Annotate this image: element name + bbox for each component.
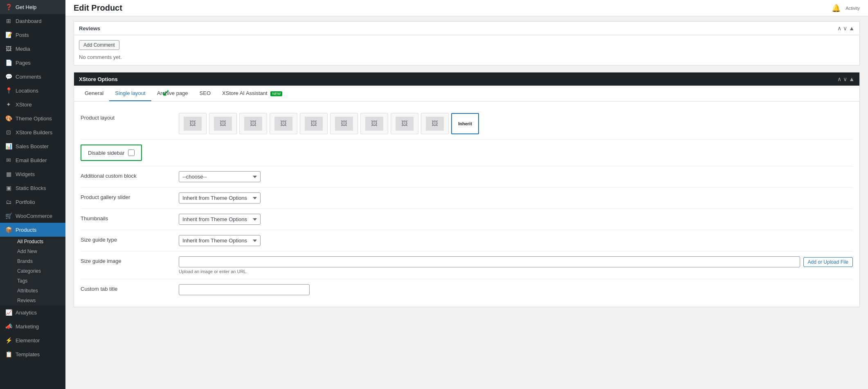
comments-icon: 💬	[5, 73, 12, 80]
layout-thumb-6[interactable]: 🖼	[330, 113, 358, 134]
sidebar-item-locations[interactable]: 📍 Locations	[0, 84, 65, 97]
tab-seo[interactable]: SEO	[194, 86, 216, 101]
add-comment-button[interactable]: Add Comment	[79, 40, 119, 50]
media-icon: 🖼	[5, 45, 12, 52]
layout-thumbnails-list: 🖼 🖼 🖼 🖼 🖼 🖼 🖼 🖼 🖼 Inherit	[179, 113, 853, 134]
sidebar-item-comments[interactable]: 💬 Comments	[0, 70, 65, 84]
sidebar-item-portfolio[interactable]: 🗂 Portfolio	[0, 195, 65, 209]
product-layout-options: 🖼 🖼 🖼 🖼 🖼 🖼 🖼 🖼 🖼 Inherit	[179, 113, 853, 134]
product-layout-row: Product layout 🖼 🖼 🖼 🖼 🖼 🖼 🖼 🖼	[81, 108, 853, 140]
reviews-controls: ∧ ∨ ▲	[837, 25, 855, 32]
xstore-collapse-down[interactable]: ∨	[843, 76, 847, 82]
pages-icon: 📄	[5, 59, 12, 66]
sidebar-item-email-builder[interactable]: ✉ Email Builder	[0, 153, 65, 167]
product-gallery-slider-select[interactable]: Inherit from Theme Options Yes No	[179, 192, 261, 204]
xstore-options-controls: ∧ ∨ ▲	[837, 76, 855, 82]
sidebar-item-label: Dashboard	[16, 18, 42, 24]
sidebar-item-pages[interactable]: 📄 Pages	[0, 56, 65, 70]
sidebar-item-label: Get Help	[16, 4, 36, 10]
size-guide-image-input[interactable]	[179, 256, 800, 267]
sidebar-item-sales-booster[interactable]: 📊 Sales Booster	[0, 139, 65, 153]
sidebar-item-get-help[interactable]: ❓ Get Help	[0, 0, 65, 14]
reviews-body: Add Comment No comments yet.	[74, 35, 859, 65]
disable-sidebar-checkbox[interactable]	[128, 149, 135, 156]
sidebar-item-static-blocks[interactable]: ▣ Static Blocks	[0, 181, 65, 195]
templates-icon: 📋	[5, 351, 12, 358]
sidebar-item-label: Widgets	[16, 171, 35, 177]
submenu-reviews[interactable]: Reviews	[5, 296, 65, 305]
reviews-metabox-header: Reviews ∧ ∨ ▲	[74, 22, 859, 35]
additional-custom-block-select[interactable]: --choose--	[179, 171, 261, 182]
layout-thumb-1[interactable]: 🖼	[179, 113, 207, 134]
sidebar-item-label: Templates	[16, 351, 40, 357]
layout-img-6: 🖼	[335, 117, 353, 131]
sidebar-item-label: XStore	[16, 102, 32, 108]
submenu-brands[interactable]: Brands	[5, 256, 65, 266]
widgets-icon: ▦	[5, 170, 12, 178]
sidebar-item-label: Static Blocks	[16, 185, 46, 191]
sidebar-item-products[interactable]: 📦 Products	[0, 223, 65, 237]
reviews-collapse-down[interactable]: ∨	[843, 25, 847, 32]
size-guide-type-select[interactable]: Inherit from Theme Options Image Table N…	[179, 235, 261, 246]
submenu-attributes[interactable]: Attributes	[5, 286, 65, 296]
tab-ai-assistant[interactable]: XStore AI Assistant NEW	[216, 86, 288, 101]
sidebar-item-posts[interactable]: 📝 Posts	[0, 28, 65, 42]
layout-img-2: 🖼	[214, 117, 232, 131]
thumbnails-select[interactable]: Inherit from Theme Options Yes No	[179, 214, 261, 225]
top-right-icons: 🔔 Activity	[832, 4, 860, 13]
tab-general[interactable]: General	[79, 86, 109, 101]
submenu-tags[interactable]: Tags	[5, 276, 65, 286]
tabs-nav: General Single layout Archive page SEO X…	[74, 86, 859, 102]
sidebar-item-xstore-builders[interactable]: ⊡ XStore Builders	[0, 125, 65, 139]
sidebar-item-marketing[interactable]: 📣 Marketing	[0, 319, 65, 333]
submenu-categories[interactable]: Categories	[5, 266, 65, 276]
xstore-icon: ✦	[5, 101, 12, 108]
reviews-collapse-up[interactable]: ∧	[837, 25, 841, 32]
layout-thumb-2[interactable]: 🖼	[209, 113, 237, 134]
sidebar-item-label: Marketing	[16, 323, 39, 330]
sidebar-item-theme-options[interactable]: 🎨 Theme Options	[0, 111, 65, 125]
woocommerce-icon: 🛒	[5, 212, 12, 219]
layout-thumb-4[interactable]: 🖼	[270, 113, 297, 134]
submenu-all-products[interactable]: All Products	[5, 237, 65, 247]
layout-thumb-9[interactable]: 🖼	[421, 113, 449, 134]
sidebar-item-label: XStore Builders	[16, 129, 52, 136]
static-blocks-icon: ▣	[5, 184, 12, 192]
sidebar-item-analytics[interactable]: 📈 Analytics	[0, 305, 65, 319]
custom-tab-title-input[interactable]	[179, 284, 310, 295]
sidebar-item-elementor[interactable]: ⚡ Elementor	[0, 333, 65, 347]
xstore-toggle[interactable]: ▲	[849, 76, 855, 82]
layout-inherit-option[interactable]: Inherit	[451, 113, 479, 134]
xstore-collapse-up[interactable]: ∧	[837, 76, 841, 82]
sidebar-item-xstore[interactable]: ✦ XStore	[0, 97, 65, 111]
sidebar-item-widgets[interactable]: ▦ Widgets	[0, 167, 65, 181]
email-icon: ✉	[5, 156, 12, 164]
sidebar-item-label: Posts	[16, 32, 29, 38]
add-upload-file-button[interactable]: Add or Upload File	[803, 257, 853, 267]
sidebar-item-templates[interactable]: 📋 Templates	[0, 347, 65, 361]
sidebar-item-dashboard[interactable]: ⊞ Dashboard	[0, 14, 65, 28]
layout-img-8: 🖼	[396, 117, 414, 131]
disable-sidebar-row: Disable sidebar	[81, 140, 853, 166]
custom-tab-title-label: Custom tab title	[81, 284, 171, 292]
xstore-options-metabox: XStore Options ∧ ∨ ▲ ↙ General Single la…	[74, 72, 860, 307]
layout-thumb-8[interactable]: 🖼	[391, 113, 418, 134]
sidebar-item-label: Products	[16, 227, 36, 233]
tab-archive-page[interactable]: Archive page	[151, 86, 194, 101]
reviews-toggle[interactable]: ▲	[849, 25, 855, 32]
layout-thumb-3[interactable]: 🖼	[239, 113, 267, 134]
layout-thumb-5[interactable]: 🖼	[300, 113, 328, 134]
page-title: Edit Product	[74, 3, 122, 13]
submenu-add-new[interactable]: Add New	[5, 247, 65, 256]
sidebar-item-label: Analytics	[16, 310, 37, 316]
sidebar-item-woocommerce[interactable]: 🛒 WooCommerce	[0, 209, 65, 223]
xstore-options-title: XStore Options	[79, 76, 118, 82]
size-guide-image-hint: Upload an image or enter an URL.	[179, 269, 853, 274]
layout-thumb-7[interactable]: 🖼	[360, 113, 388, 134]
disable-sidebar-container: Disable sidebar	[81, 145, 142, 161]
custom-tab-title-wrap	[179, 284, 853, 295]
sidebar-item-media[interactable]: 🖼 Media	[0, 42, 65, 56]
sidebar: ❓ Get Help ⊞ Dashboard 📝 Posts 🖼 Media 📄…	[0, 0, 65, 389]
activity-icon[interactable]: 🔔	[832, 4, 841, 13]
tab-single-layout[interactable]: Single layout	[109, 86, 151, 101]
